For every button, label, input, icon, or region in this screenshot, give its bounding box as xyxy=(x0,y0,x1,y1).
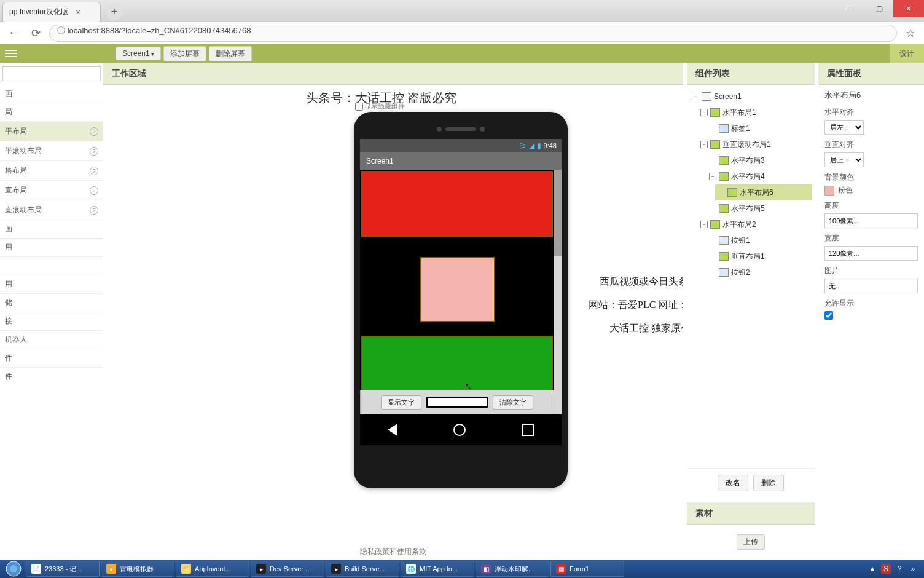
workspace-header: 工作区域 xyxy=(103,63,683,85)
halign-select[interactable]: 居左：1 xyxy=(824,120,864,135)
collapse-icon[interactable]: − xyxy=(700,109,708,116)
palette-category[interactable]: 机器人 xyxy=(0,331,103,349)
tree-node[interactable]: −水平布局1 xyxy=(698,105,812,121)
help-icon[interactable]: ? xyxy=(90,147,98,156)
visible-checkbox[interactable] xyxy=(824,311,833,320)
design-tab[interactable]: 设计 xyxy=(889,44,924,63)
palette-search-input[interactable] xyxy=(2,66,101,81)
valign-select[interactable]: 居上：1 xyxy=(824,152,864,167)
tree-node[interactable]: −垂直滚动布局1 xyxy=(698,137,812,152)
palette-category[interactable]: 储 xyxy=(0,294,103,312)
layout-block-pink[interactable] xyxy=(420,257,495,322)
url-input[interactable]: ⓘ localhost:8888/?locale=zh_CN#612208074… xyxy=(49,25,897,42)
task-item[interactable]: ●雷电模拟器 xyxy=(101,561,174,577)
delete-button[interactable]: 删除 xyxy=(753,475,784,491)
close-window-button[interactable]: ✕ xyxy=(893,0,924,17)
height-input[interactable] xyxy=(824,213,918,228)
tree-node[interactable]: −水平布局2 xyxy=(698,216,812,232)
task-item[interactable]: ◧浮动水印解... xyxy=(476,561,549,577)
palette-category[interactable]: 用 xyxy=(0,239,103,257)
palette-item-vscroll[interactable]: 直滚动布局? xyxy=(0,200,103,220)
tree-node[interactable]: 水平布局5 xyxy=(707,200,812,216)
help-icon[interactable]: ? xyxy=(90,167,98,175)
palette-item-hscroll[interactable]: 平滚动布局? xyxy=(0,141,103,161)
palette-item-vlayout[interactable]: 直布局? xyxy=(0,181,103,200)
bookmark-icon[interactable]: ☆ xyxy=(902,25,919,42)
scrollbar-thumb[interactable] xyxy=(554,170,562,256)
tree-node[interactable]: 标签1 xyxy=(707,121,812,137)
layout-block-red[interactable] xyxy=(361,171,553,237)
task-item[interactable]: ▸Build Serve... xyxy=(326,561,399,577)
palette-category[interactable]: 接 xyxy=(0,312,103,331)
prop-label: 图片 xyxy=(824,266,918,276)
collapse-icon[interactable]: − xyxy=(692,93,699,100)
remove-screen-button[interactable]: 删除屏幕 xyxy=(209,46,252,61)
palette-category[interactable]: 画 xyxy=(0,220,103,239)
upload-button[interactable]: 上传 xyxy=(737,534,765,550)
close-icon[interactable]: × xyxy=(73,7,83,17)
tree-node[interactable]: −水平布局4 xyxy=(707,168,812,184)
task-item[interactable]: ▸Dev Server ... xyxy=(251,561,324,577)
help-icon[interactable]: ? xyxy=(90,206,98,215)
tree-node-screen[interactable]: −Screen1 xyxy=(689,89,812,105)
back-button[interactable]: ← xyxy=(5,25,22,42)
add-screen-button[interactable]: 添加屏幕 xyxy=(163,46,206,61)
task-item[interactable]: 🌐MIT App In... xyxy=(401,561,474,577)
bgcolor-picker[interactable]: 粉色 xyxy=(824,185,918,196)
layout-block-green[interactable] xyxy=(361,336,553,394)
checkbox[interactable] xyxy=(355,103,363,111)
tree-node[interactable]: 水平布局3 xyxy=(707,152,812,168)
start-button[interactable] xyxy=(2,560,25,577)
tree-node-selected[interactable]: 水平布局6 xyxy=(715,184,812,200)
rename-button[interactable]: 改名 xyxy=(718,475,748,491)
new-tab-button[interactable]: + xyxy=(106,3,123,20)
bottom-button-row: 显示文字 清除文字 xyxy=(360,390,554,414)
task-item[interactable]: 📄23333 - 记... xyxy=(26,561,100,577)
palette-category[interactable]: 件 xyxy=(0,349,103,368)
palette-category[interactable]: 画 xyxy=(0,85,103,103)
back-icon[interactable] xyxy=(388,424,397,436)
help-icon[interactable]: ? xyxy=(895,564,904,574)
show-text-button[interactable]: 显示文字 xyxy=(381,395,421,410)
prop-label: 背景颜色 xyxy=(824,172,918,183)
screen-dropdown[interactable]: Screen1 xyxy=(116,47,161,60)
tree-node[interactable]: 垂直布局1 xyxy=(707,248,812,264)
tree-node[interactable]: 按钮1 xyxy=(707,232,812,248)
windows-taskbar: 📄23333 - 记... ●雷电模拟器 📁AppInvent... ▸Dev … xyxy=(0,560,924,578)
tree-node[interactable]: 按钮2 xyxy=(707,264,812,280)
privacy-link[interactable]: 隐私政策和使用条款 xyxy=(103,544,683,560)
palette-category[interactable] xyxy=(0,257,103,275)
component-tree: −Screen1 −水平布局1 标签1 −垂直滚动布局1 水平布局3 −水平布局… xyxy=(687,85,815,468)
palette-category[interactable]: 件 xyxy=(0,368,103,386)
help-icon[interactable]: ? xyxy=(90,186,98,195)
palette-item-table[interactable]: 格布局? xyxy=(0,161,103,181)
app-toolbar: Screen1 添加屏幕 删除屏幕 设计 xyxy=(0,44,924,63)
svg-point-1 xyxy=(10,565,17,572)
width-input[interactable] xyxy=(824,246,918,261)
home-icon[interactable] xyxy=(453,424,466,436)
collapse-icon[interactable]: − xyxy=(709,173,716,180)
browser-tab[interactable]: pp Inventor汉化版 × xyxy=(2,2,101,22)
palette-item-hlayout[interactable]: 平布局? xyxy=(0,122,103,141)
palette-category[interactable]: 局 xyxy=(0,103,103,122)
maximize-button[interactable]: ▢ xyxy=(865,0,893,17)
tray-icon[interactable]: ▲ xyxy=(867,564,877,574)
task-item[interactable]: 📁AppInvent... xyxy=(176,561,249,577)
image-input[interactable] xyxy=(824,279,918,293)
material-header: 素材 xyxy=(687,502,815,525)
show-hidden-checkbox[interactable]: 显示隐藏组件 xyxy=(355,102,405,111)
minimize-button[interactable]: — xyxy=(837,0,865,17)
recents-icon[interactable] xyxy=(522,424,534,436)
task-item[interactable]: ▦Form1 xyxy=(550,561,624,577)
reload-button[interactable]: ⟳ xyxy=(27,25,44,42)
help-icon[interactable]: ? xyxy=(90,127,98,136)
ime-icon[interactable]: S xyxy=(881,564,891,574)
hamburger-icon[interactable] xyxy=(4,47,18,60)
palette-category[interactable]: 用 xyxy=(0,275,103,294)
collapse-icon[interactable]: − xyxy=(700,221,708,228)
chevron-right-icon[interactable]: » xyxy=(908,564,918,574)
clear-text-button[interactable]: 清除文字 xyxy=(493,395,533,410)
collapse-icon[interactable]: − xyxy=(700,141,708,148)
wifi-icon: ⚞ xyxy=(519,141,527,151)
text-input[interactable] xyxy=(426,397,488,408)
